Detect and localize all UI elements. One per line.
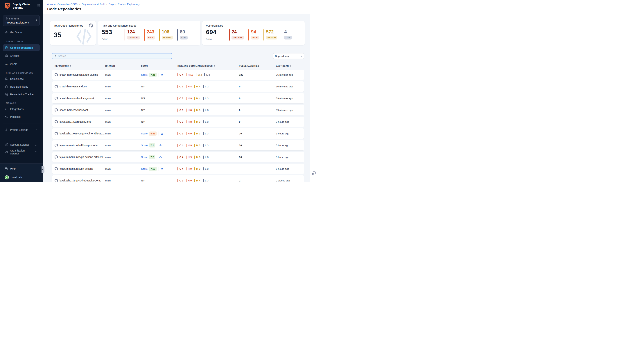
table-row[interactable]: lavakush07/StarbucksClone main N/A C3H8M… — [52, 116, 304, 127]
severity-letter: M — [196, 179, 198, 182]
table-row[interactable]: shash-harness/sandbox main N/A C3H8M4L2 … — [52, 81, 304, 92]
branch-name: main — [105, 156, 141, 158]
sidebar-item-pipelines[interactable]: Pipelines — [3, 114, 40, 120]
severity-letter: M — [196, 144, 198, 147]
severity-count: 3 — [207, 144, 209, 147]
risk-chip-l: L2 — [203, 85, 209, 88]
sidebar-item-compliance[interactable]: Compliance — [3, 76, 40, 82]
severity-count: 3 — [199, 168, 201, 170]
branch-name: main — [105, 144, 141, 147]
gear-icon — [5, 128, 8, 132]
sbom-cell: N/A — [141, 179, 178, 182]
brand-title: Supply Chain Security — [13, 2, 37, 9]
table-row[interactable]: lavakush07/argocd-hub-spoke-demo main N/… — [52, 176, 304, 182]
sidebar-item-organization-settings[interactable]: Organization Settings — [3, 149, 40, 155]
summary-cards: Total Code Repositories 35 Risk a — [50, 21, 305, 45]
severity-count: 3 — [182, 120, 183, 123]
table-row[interactable]: tejakummarikuntla/filler-app-node main S… — [52, 140, 304, 150]
severity-count: 3 — [182, 132, 183, 135]
table-row[interactable]: lavakush07/easybuggy-vulnerable-app… mai… — [52, 128, 304, 139]
severity-letter: L — [205, 85, 206, 88]
search-input[interactable] — [58, 54, 170, 58]
sidebar-item-rule-definitions[interactable]: Rule Definitions — [3, 84, 40, 90]
sidebar-collapse-handle[interactable] — [42, 166, 44, 173]
sidebar-item-remediation-tracker[interactable]: Remediation Tracker — [3, 91, 40, 98]
column-header-repository[interactable]: REPOSITORY — [52, 65, 105, 67]
vulnerabilities-count: 36 — [239, 144, 276, 147]
sidebar-item-project-settings[interactable]: Project Settings — [3, 127, 40, 133]
sidebar-item-label: Account Settings — [10, 143, 30, 146]
severity-bar — [186, 167, 187, 170]
last-scan: 5 hours ago — [276, 168, 304, 170]
card-title: Risk and Compliance Issues — [102, 24, 197, 27]
help-button[interactable]: ? Help — [3, 166, 40, 171]
severity-bar — [203, 120, 204, 124]
brand-logo-icon[interactable] — [4, 2, 11, 10]
branch-name: main — [105, 168, 141, 170]
sidebar-item-code-repositories[interactable]: Code Repositories — [3, 44, 40, 51]
breadcrumb-separator: › — [106, 2, 107, 6]
chevron-down-icon — [300, 55, 302, 57]
column-header-risk-and-compliance-issues[interactable]: RISK AND COMPLIANCE ISSUES — [178, 65, 239, 67]
sidebar-item-get-started[interactable]: Get Started — [3, 29, 40, 36]
download-sbom-icon[interactable] — [159, 156, 162, 158]
breadcrumb-account-link[interactable]: Account: Automation-SSCA — [47, 3, 78, 6]
severity-bar — [203, 144, 204, 147]
severity-count: 106 — [162, 30, 173, 34]
sidebar-header: Supply Chain Security — [0, 0, 43, 12]
risk-issues-cell: C3H8M3L3 — [178, 108, 239, 112]
branch-name: main — [105, 109, 141, 112]
breadcrumb: Account: Automation-SSCA › Organization:… — [47, 2, 310, 6]
project-selector[interactable]: PROJECT Product Exploratory — [3, 15, 40, 26]
divider — [159, 167, 159, 171]
page-title: Code Repositories — [47, 7, 310, 11]
severity-bar — [178, 179, 178, 182]
severity-bar — [186, 85, 187, 88]
download-sbom-icon[interactable] — [159, 144, 162, 147]
column-header-last-scan[interactable]: LAST SCAN — [276, 65, 304, 67]
breadcrumb-organization-link[interactable]: Organization: default — [82, 3, 105, 6]
github-icon — [89, 24, 93, 28]
active-label: Active — [206, 38, 229, 40]
risk-issues-cell: C4H9M3L3 — [178, 167, 239, 170]
severity-bar — [178, 132, 178, 135]
sidebar-item-cicd[interactable]: ∞ CI/CD — [3, 61, 40, 68]
sbom-cell: Score5.83 — [141, 132, 178, 136]
table-row[interactable]: tejakummarikuntla/gh-actions main Score7… — [52, 164, 304, 174]
severity-medium: 106MEDIUM — [159, 29, 173, 40]
severity-badge: CRITICAL — [232, 36, 244, 40]
severity-count: 3 — [199, 109, 201, 112]
risk-chip-c: C3 — [178, 85, 183, 88]
severity-letter: H — [188, 144, 190, 147]
sidebar-item-account-settings[interactable]: Account Settings — [3, 142, 40, 148]
search-box — [52, 53, 172, 59]
table-row[interactable]: shash-harness/shashwat main N/A C3H8M3L3… — [52, 105, 304, 115]
github-icon — [55, 155, 58, 159]
breadcrumb-project-link[interactable]: Project: Product Exploratory — [109, 3, 140, 6]
sidebar-item-artifacts[interactable]: Artifacts — [3, 53, 40, 59]
chat-support-icon[interactable] — [311, 170, 316, 176]
download-sbom-icon[interactable] — [161, 167, 164, 170]
severity-count: 2 — [207, 85, 209, 88]
table-row[interactable]: shash-harness/backstage-test main N/A C3… — [52, 93, 304, 104]
user-menu[interactable]: L Lavakush — [3, 175, 40, 180]
severity-count: 80 — [180, 30, 188, 34]
risk-chip-h: H8 — [186, 108, 192, 112]
sbom-not-available: N/A — [141, 179, 145, 182]
dependency-filter-dropdown[interactable]: Dependency — [273, 53, 304, 59]
severity-badge: LOW — [284, 36, 292, 40]
search-icon — [54, 54, 57, 58]
info-icon[interactable] — [35, 144, 38, 146]
table-row[interactable]: shash-harness/backstage-plugins main Sco… — [52, 70, 304, 80]
app-switcher-icon[interactable] — [37, 4, 40, 8]
sbom-cell: N/A — [141, 97, 178, 100]
table-row[interactable]: tejakummarikuntla/gh-actions-artifacts m… — [52, 152, 304, 162]
sbom-not-available: N/A — [141, 109, 145, 112]
severity-bar — [194, 85, 195, 88]
download-sbom-icon[interactable] — [161, 132, 164, 135]
help-chat-icon: ? — [5, 167, 8, 170]
severity-bar — [178, 144, 178, 147]
info-icon[interactable] — [35, 151, 38, 154]
download-sbom-icon[interactable] — [161, 73, 164, 76]
sidebar-item-integrations[interactable]: Integrations — [3, 106, 40, 112]
